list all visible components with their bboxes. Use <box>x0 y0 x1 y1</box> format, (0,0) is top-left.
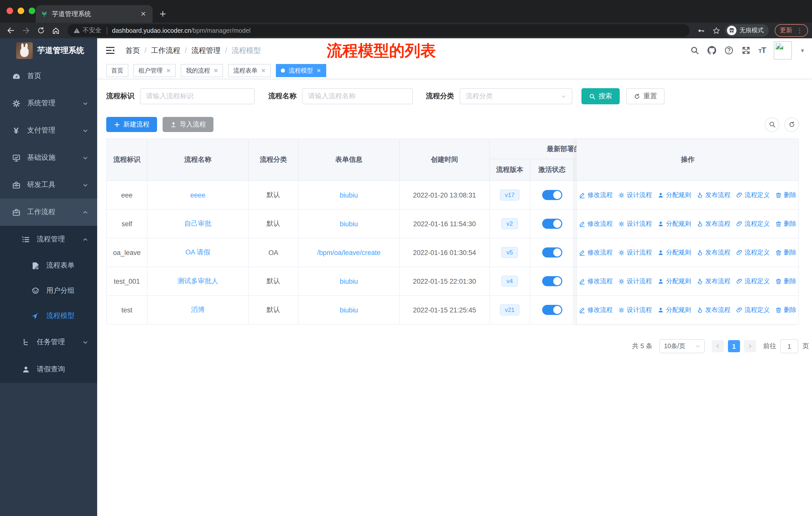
show-search-toggle-button[interactable] <box>765 117 779 132</box>
browser-tab[interactable]: 芋道管理系统 ✕ <box>36 5 152 23</box>
action-edit-link[interactable]: 修改流程 <box>579 191 613 199</box>
goto-page-input[interactable]: 1 <box>780 339 799 353</box>
next-page-button[interactable] <box>744 340 756 352</box>
version-badge[interactable]: v2 <box>501 218 518 229</box>
breadcrumb-workflow[interactable]: 工作流程 <box>151 46 180 55</box>
url-bar[interactable]: 不安全 dashboard.yudao.iocoder.cn/bpm/manag… <box>67 24 690 37</box>
action-delete-trash-link[interactable]: 删除 <box>775 306 796 314</box>
action-edit-link[interactable]: 修改流程 <box>579 248 613 257</box>
action-design-gear-link[interactable]: 设计流程 <box>618 191 652 199</box>
tag-close-icon[interactable]: ✕ <box>316 67 321 74</box>
process-name-link[interactable]: 自己审批 <box>184 219 211 228</box>
action-delete-trash-link[interactable]: 删除 <box>775 191 796 199</box>
version-badge[interactable]: v5 <box>501 247 518 258</box>
action-definition-clip-link[interactable]: 流程定义 <box>736 191 770 199</box>
sidebar-item-person[interactable]: 请假查询 <box>0 356 97 383</box>
action-design-gear-link[interactable]: 设计流程 <box>618 219 652 228</box>
import-process-button[interactable]: 导入流程 <box>163 117 213 132</box>
sidebar-item-monitor[interactable]: 基础设施 <box>0 144 97 171</box>
active-toggle[interactable] <box>542 219 562 229</box>
sidebar-item-task[interactable]: 任务管理 <box>0 329 97 356</box>
reset-button[interactable]: 重置 <box>626 88 665 104</box>
version-badge[interactable]: v4 <box>501 276 518 287</box>
sidebar-item-briefcase[interactable]: 研发工具 <box>0 171 97 198</box>
action-edit-link[interactable]: 修改流程 <box>579 277 613 286</box>
process-name-link[interactable]: 测试多审批人 <box>177 277 218 286</box>
search-button[interactable]: 搜索 <box>581 88 620 104</box>
action-publish-hand-link[interactable]: 发布流程 <box>697 248 730 257</box>
process-name-link[interactable]: 滔博 <box>191 305 205 315</box>
action-publish-hand-link[interactable]: 发布流程 <box>697 191 730 199</box>
avatar[interactable] <box>774 41 792 59</box>
close-window-button[interactable] <box>6 7 13 14</box>
action-design-gear-link[interactable]: 设计流程 <box>618 248 652 257</box>
process-name-input[interactable]: 请输入流程名称 <box>302 88 413 104</box>
action-definition-clip-link[interactable]: 流程定义 <box>736 306 770 314</box>
new-tab-button[interactable]: + <box>160 7 166 21</box>
action-design-gear-link[interactable]: 设计流程 <box>618 277 652 286</box>
fullscreen-icon[interactable] <box>741 46 750 55</box>
forward-icon[interactable] <box>19 24 32 37</box>
active-toggle[interactable] <box>542 305 562 315</box>
process-name-link[interactable]: eeee <box>190 191 205 199</box>
zoom-window-button[interactable] <box>29 7 35 14</box>
current-page[interactable]: 1 <box>728 340 740 352</box>
back-icon[interactable] <box>4 24 17 37</box>
breadcrumb-process-mgmt[interactable]: 流程管理 <box>191 46 221 55</box>
sidebar-item-gear[interactable]: 系统管理 <box>0 90 97 117</box>
action-design-gear-link[interactable]: 设计流程 <box>618 306 652 314</box>
form-link[interactable]: biubiu <box>340 306 358 314</box>
tag-close-icon[interactable]: ✕ <box>213 67 218 74</box>
sidebar-logo-row[interactable]: 芋道管理系统 <box>0 38 97 62</box>
refresh-table-button[interactable] <box>784 117 799 132</box>
tag-close-icon[interactable]: ✕ <box>261 67 265 74</box>
action-publish-hand-link[interactable]: 发布流程 <box>697 219 730 228</box>
action-edit-link[interactable]: 修改流程 <box>579 219 613 228</box>
process-name-link[interactable]: OA 请假 <box>185 248 210 257</box>
key-icon[interactable] <box>697 26 705 34</box>
form-link[interactable]: biubiu <box>340 277 358 285</box>
active-toggle[interactable] <box>542 276 562 286</box>
tab-close-icon[interactable]: ✕ <box>139 10 147 18</box>
sidebar-item-group[interactable]: 用户分组 <box>0 278 97 303</box>
action-publish-hand-link[interactable]: 发布流程 <box>697 306 730 314</box>
sidebar-item-list[interactable]: 流程管理 <box>0 226 97 253</box>
action-definition-clip-link[interactable]: 流程定义 <box>736 248 770 257</box>
active-toggle[interactable] <box>542 247 562 257</box>
bookmark-star-icon[interactable] <box>712 26 720 34</box>
process-category-select[interactable]: 流程分类 <box>460 88 572 104</box>
action-assign-user-link[interactable]: 分配规则 <box>658 219 691 228</box>
collapse-sidebar-icon[interactable] <box>105 45 115 55</box>
version-badge[interactable]: v17 <box>500 189 520 200</box>
action-delete-trash-link[interactable]: 删除 <box>775 248 796 257</box>
home-icon[interactable] <box>49 24 62 37</box>
action-delete-trash-link[interactable]: 删除 <box>775 219 796 228</box>
sidebar-item-dashboard[interactable]: 首页 <box>0 62 97 90</box>
action-assign-user-link[interactable]: 分配规则 <box>658 277 691 286</box>
tag-item[interactable]: 流程表单✕ <box>228 64 270 77</box>
search-icon[interactable] <box>690 46 699 55</box>
action-delete-trash-link[interactable]: 删除 <box>775 277 796 286</box>
font-size-icon[interactable]: TT <box>758 46 766 55</box>
tag-item[interactable]: 首页 <box>106 64 128 77</box>
active-toggle[interactable] <box>542 190 562 200</box>
form-link[interactable]: /bpm/oa/leave/create <box>317 249 381 256</box>
tag-close-icon[interactable]: ✕ <box>166 67 171 74</box>
sidebar-item-form[interactable]: 流程表单 <box>0 253 97 278</box>
action-definition-clip-link[interactable]: 流程定义 <box>736 277 770 286</box>
page-size-select[interactable]: 10条/页 <box>660 339 705 353</box>
create-process-button[interactable]: 新建流程 <box>106 117 157 132</box>
help-icon[interactable] <box>724 46 733 55</box>
security-warning[interactable]: 不安全 <box>74 26 102 35</box>
form-link[interactable]: biubiu <box>340 220 358 227</box>
sidebar-item-yen[interactable]: ¥支付管理 <box>0 117 97 144</box>
tag-active[interactable]: 流程模型✕ <box>276 64 326 77</box>
breadcrumb-home[interactable]: 首页 <box>125 46 140 55</box>
action-assign-user-link[interactable]: 分配规则 <box>658 191 691 199</box>
browser-menu-icon[interactable]: ⋮ <box>796 27 803 34</box>
action-publish-hand-link[interactable]: 发布流程 <box>697 277 730 286</box>
sidebar-item-model[interactable]: 流程模型 <box>0 303 97 329</box>
github-icon[interactable] <box>707 46 716 55</box>
action-assign-user-link[interactable]: 分配规则 <box>658 306 691 314</box>
avatar-caret-icon[interactable]: ▼ <box>800 48 805 53</box>
